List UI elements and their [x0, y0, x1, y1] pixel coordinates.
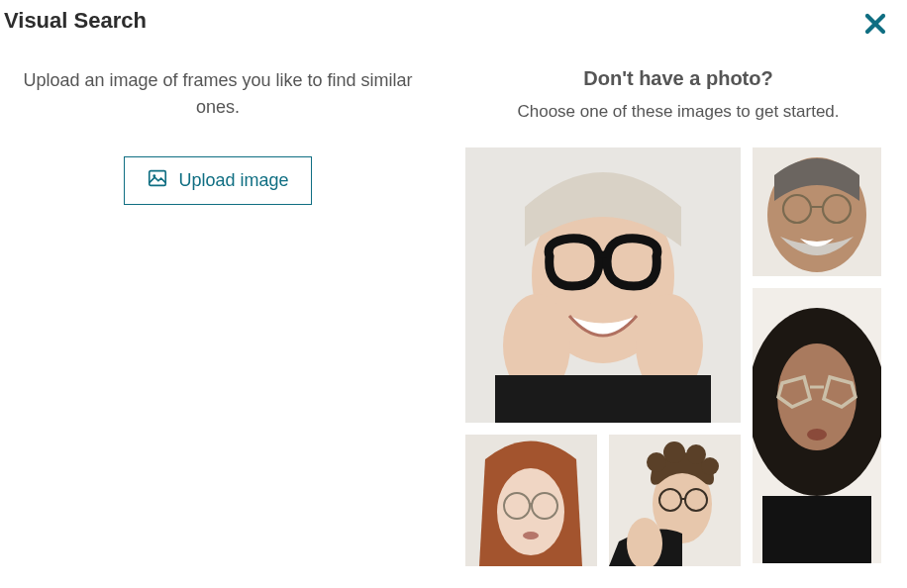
modal-title: Visual Search: [4, 8, 147, 34]
sample-gallery: [465, 147, 891, 573]
svg-rect-2: [150, 171, 166, 186]
svg-rect-22: [762, 496, 871, 563]
upload-image-button[interactable]: Upload image: [124, 156, 311, 205]
svg-point-34: [701, 457, 719, 475]
svg-point-31: [647, 452, 666, 472]
close-button[interactable]: [859, 8, 891, 40]
sample-panel: Don't have a photo? Choose one of these …: [426, 67, 897, 573]
upload-button-label: Upload image: [178, 170, 288, 191]
sample-subheading: Choose one of these images to get starte…: [465, 102, 891, 122]
sample-image-1[interactable]: [465, 147, 741, 423]
upload-panel: Upload an image of frames you like to fi…: [10, 67, 426, 573]
svg-point-21: [807, 429, 827, 441]
image-icon: [147, 167, 168, 194]
sample-image-3[interactable]: [753, 288, 881, 563]
svg-point-28: [523, 532, 539, 539]
upload-instructions: Upload an image of frames you like to fi…: [20, 67, 416, 121]
svg-rect-9: [495, 375, 711, 423]
svg-point-32: [663, 441, 685, 463]
sample-heading: Don't have a photo?: [465, 67, 891, 90]
sample-image-5[interactable]: [609, 435, 741, 566]
close-icon: [863, 12, 887, 36]
svg-point-24: [497, 468, 564, 555]
sample-image-2[interactable]: [753, 147, 881, 276]
sample-image-4[interactable]: [465, 435, 597, 566]
